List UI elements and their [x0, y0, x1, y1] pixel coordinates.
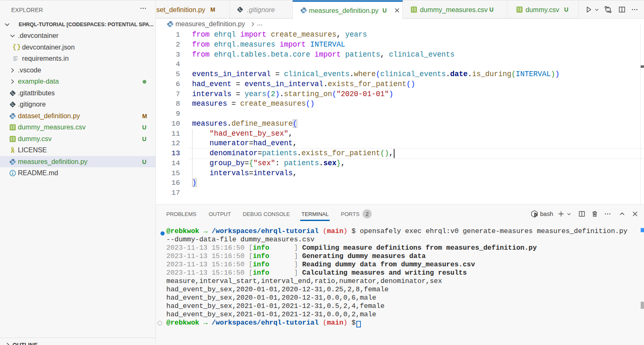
svg-text:$: $: [535, 213, 536, 216]
